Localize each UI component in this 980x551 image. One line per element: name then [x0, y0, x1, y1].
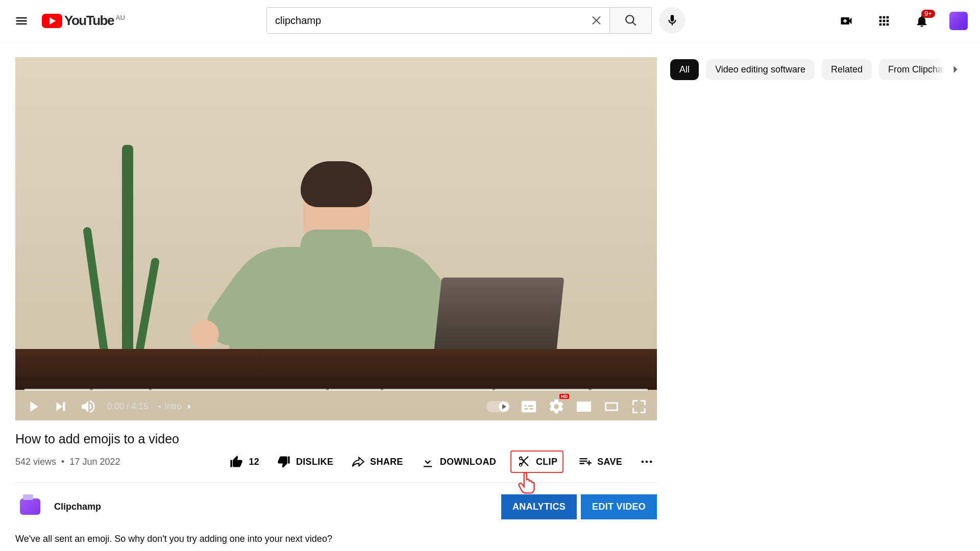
channel-name[interactable]: Clipchamp: [54, 502, 101, 512]
theater-icon: [603, 398, 620, 415]
youtube-logo[interactable]: YouTube AU: [42, 13, 125, 29]
theater-mode-button[interactable]: [603, 398, 620, 415]
clear-search-button[interactable]: [585, 8, 609, 33]
country-code: AU: [116, 14, 125, 21]
subtitles-button[interactable]: [520, 398, 537, 415]
play-icon: [24, 398, 42, 415]
notification-badge: 9+: [921, 10, 935, 18]
filter-chip[interactable]: Video editing software: [706, 59, 815, 80]
time-display: 0:00 / 4:15: [107, 402, 148, 412]
settings-button[interactable]: [548, 398, 565, 415]
svg-point-2: [650, 461, 652, 463]
hd-badge: HD: [559, 394, 569, 399]
next-icon: [52, 398, 69, 415]
fullscreen-button[interactable]: [630, 398, 648, 415]
mute-button[interactable]: [80, 398, 97, 415]
notifications-button[interactable]: 9+: [912, 11, 932, 31]
autoplay-toggle[interactable]: [486, 401, 510, 412]
channel-row: Clipchamp ANALYTICS EDIT VIDEO: [15, 492, 657, 521]
chapter-label[interactable]: • Intro: [158, 402, 194, 412]
more-horizontal-icon: [640, 455, 654, 469]
more-actions-button[interactable]: [636, 450, 657, 473]
svg-point-0: [642, 461, 644, 463]
apps-button[interactable]: [874, 11, 894, 31]
video-stats: 542 views • 17 Jun 2022: [15, 457, 120, 467]
fullscreen-icon: [630, 398, 648, 415]
filter-chip-row: AllVideo editing softwareRelatedFrom Cli…: [670, 57, 965, 82]
like-button[interactable]: 12: [226, 450, 262, 473]
account-avatar[interactable]: [949, 12, 968, 30]
subtitles-icon: [520, 398, 537, 415]
video-actions: 12 DISLIKE SHARE DOWNLOAD CLIP: [226, 450, 657, 473]
share-icon: [351, 455, 365, 469]
filter-chip[interactable]: Related: [822, 59, 872, 80]
close-icon: [591, 14, 604, 27]
share-button[interactable]: SHARE: [348, 450, 406, 473]
microphone-icon: [666, 14, 679, 27]
top-bar: YouTube AU 9+: [0, 0, 980, 42]
hamburger-icon: [14, 14, 29, 28]
progress-bar[interactable]: [24, 389, 648, 391]
scissors-icon: [517, 455, 531, 469]
miniplayer-button[interactable]: [575, 398, 593, 415]
download-icon: [421, 455, 435, 469]
dislike-button[interactable]: DISLIKE: [274, 450, 336, 473]
gear-icon: [548, 398, 565, 415]
clip-button[interactable]: CLIP: [510, 450, 564, 473]
filter-chip[interactable]: All: [670, 59, 699, 80]
video-frame: [15, 57, 657, 420]
search-input[interactable]: [267, 8, 585, 33]
create-video-icon: [839, 13, 853, 29]
chevron-right-icon: [185, 402, 194, 411]
save-button[interactable]: SAVE: [575, 450, 625, 473]
next-button[interactable]: [52, 398, 69, 415]
chevron-right-icon: [948, 62, 963, 77]
create-button[interactable]: [836, 11, 856, 31]
analytics-button[interactable]: ANALYTICS: [501, 494, 577, 519]
pointer-hand-icon: [517, 471, 537, 497]
volume-icon: [80, 398, 97, 415]
thumb-up-icon: [229, 455, 243, 469]
edit-video-button[interactable]: EDIT VIDEO: [581, 494, 657, 519]
playlist-add-icon: [578, 455, 592, 469]
video-title: How to add emojis to a video: [15, 432, 657, 446]
video-player[interactable]: 0:00 / 4:15 • Intro HD: [15, 57, 657, 420]
youtube-logo-text: YouTube: [64, 13, 114, 29]
separator: [15, 482, 657, 483]
search-bar: [266, 7, 685, 34]
play-button[interactable]: [24, 398, 42, 415]
search-button[interactable]: [609, 8, 651, 33]
hamburger-menu-button[interactable]: [9, 9, 34, 33]
youtube-play-icon: [42, 14, 62, 28]
download-button[interactable]: DOWNLOAD: [418, 450, 499, 473]
svg-point-1: [646, 461, 648, 463]
miniplayer-icon: [575, 398, 593, 415]
voice-search-button[interactable]: [659, 7, 685, 34]
thumb-down-icon: [277, 455, 291, 469]
apps-grid-icon: [877, 13, 891, 29]
video-description: We've all sent an emoji. So why don't yo…: [15, 534, 657, 544]
channel-avatar[interactable]: [15, 492, 45, 521]
chips-scroll-next[interactable]: [930, 57, 965, 82]
search-icon: [624, 14, 638, 27]
